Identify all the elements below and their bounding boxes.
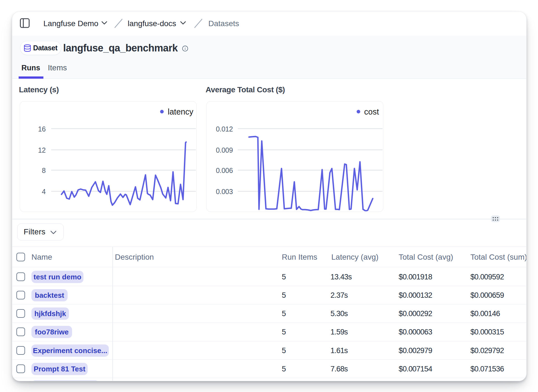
svg-text:latency: latency	[168, 107, 193, 116]
svg-text:8: 8	[42, 167, 46, 174]
svg-text:4: 4	[42, 188, 46, 195]
svg-text:0.009: 0.009	[216, 146, 233, 154]
svg-text:0.006: 0.006	[216, 167, 233, 174]
svg-text:0.003: 0.003	[216, 188, 233, 195]
svg-text:16: 16	[38, 125, 46, 133]
svg-text:cost: cost	[364, 107, 379, 116]
svg-text:12: 12	[38, 146, 46, 154]
svg-text:0.012: 0.012	[216, 125, 233, 133]
